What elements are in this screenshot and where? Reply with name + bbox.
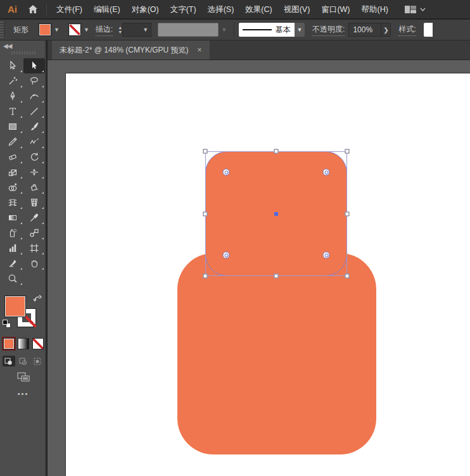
- menu-item-7[interactable]: 窗口(W): [315, 0, 355, 19]
- menu-item-4[interactable]: 选择(S): [202, 0, 240, 19]
- corner-radius-widget[interactable]: [223, 252, 230, 259]
- stroke-weight-combo[interactable]: ▼: [122, 23, 151, 37]
- menu-item-1[interactable]: 编辑(E): [88, 0, 126, 19]
- fill-color-swatch[interactable]: [39, 23, 51, 36]
- tool-gradient[interactable]: [2, 210, 23, 225]
- tool-hand[interactable]: [23, 256, 45, 271]
- curvature-icon: [29, 91, 39, 101]
- selection-handle[interactable]: [203, 149, 208, 154]
- eraser-icon: [8, 152, 18, 162]
- tool-artboard-tool[interactable]: [23, 241, 45, 256]
- tool-slice[interactable]: [2, 256, 23, 271]
- tool-column-graph[interactable]: [2, 241, 23, 256]
- tool-lasso[interactable]: [23, 73, 45, 89]
- swap-fill-stroke-icon[interactable]: [33, 294, 42, 304]
- tool-direct-selection[interactable]: [2, 58, 23, 73]
- shaper-icon: [29, 137, 39, 147]
- tool-empty: [23, 271, 45, 286]
- stroke-weight-stepper[interactable]: ▲▼: [118, 23, 122, 37]
- corner-radius-widget[interactable]: [323, 252, 330, 259]
- tool-perspective-grid[interactable]: [23, 195, 45, 210]
- default-fill-stroke-icon[interactable]: [3, 320, 11, 328]
- selection-handle[interactable]: [274, 274, 279, 279]
- brush-definition-combo[interactable]: 基本 ▼: [239, 23, 305, 37]
- document-tab[interactable]: 未标题-2* @ 148% (CMYK/GPU 预览) ×: [52, 41, 210, 60]
- line-segment-icon: [29, 106, 39, 116]
- selection-handle[interactable]: [345, 149, 350, 154]
- gradient-button[interactable]: [18, 338, 29, 349]
- draw-behind-icon[interactable]: [17, 356, 30, 366]
- brush-preview[interactable]: 基本: [239, 23, 295, 37]
- width-profile-dropdown[interactable]: [158, 23, 219, 37]
- tool-pen[interactable]: [2, 89, 23, 104]
- menu-item-5[interactable]: 效果(C): [239, 0, 277, 19]
- chevron-down-icon[interactable]: ▼: [295, 23, 305, 37]
- corner-radius-widget[interactable]: [223, 169, 230, 176]
- tool-scale[interactable]: [2, 165, 23, 180]
- style-label[interactable]: 样式:: [398, 24, 416, 36]
- chevron-down-icon[interactable]: ▼: [51, 27, 62, 33]
- tool-live-paint-bucket[interactable]: [23, 180, 45, 195]
- canvas[interactable]: [48, 60, 470, 476]
- brush-stroke-preview: [243, 29, 272, 30]
- large-rounded-rect[interactable]: [177, 253, 376, 454]
- fill-stroke-indicator: [0, 291, 46, 334]
- tool-symbol-sprayer[interactable]: [2, 225, 23, 241]
- opacity-input[interactable]: 100%: [348, 23, 381, 37]
- fill-indicator[interactable]: [4, 296, 26, 317]
- tool-selection[interactable]: [23, 58, 45, 73]
- screen-mode-button[interactable]: [0, 372, 46, 382]
- screen-mode-icon: [16, 372, 30, 382]
- app-logo: Ai: [0, 4, 23, 15]
- menu-item-6[interactable]: 视图(V): [278, 0, 316, 19]
- tool-zoom[interactable]: [2, 271, 23, 286]
- tool-shaper[interactable]: [23, 134, 45, 149]
- tool-mesh[interactable]: [2, 195, 23, 210]
- tool-shape-builder[interactable]: [2, 180, 23, 195]
- tool-line-segment[interactable]: [23, 104, 45, 119]
- draw-normal-icon[interactable]: [3, 356, 15, 366]
- draw-inside-icon[interactable]: [32, 356, 44, 366]
- close-icon[interactable]: ×: [198, 46, 202, 54]
- tool-blend[interactable]: [23, 225, 45, 241]
- stroke-weight-label[interactable]: 描边:: [96, 24, 113, 36]
- menu-item-3[interactable]: 文字(T): [165, 0, 202, 19]
- stroke-color-swatch[interactable]: [68, 23, 81, 36]
- tool-paintbrush[interactable]: [23, 119, 45, 134]
- tool-width[interactable]: [23, 165, 45, 180]
- chevron-down-icon: ▼: [219, 27, 229, 33]
- corner-radius-widget[interactable]: [323, 169, 330, 176]
- menu-item-8[interactable]: 帮助(H): [356, 0, 394, 19]
- tool-type[interactable]: [2, 104, 23, 119]
- opacity-value: 100%: [353, 25, 372, 34]
- panel-grip[interactable]: [0, 22, 4, 38]
- chevron-down-icon[interactable]: ▼: [81, 27, 92, 33]
- edit-toolbar-ellipsis[interactable]: •••: [0, 390, 46, 398]
- tool-pencil[interactable]: [2, 134, 23, 149]
- home-icon[interactable]: [23, 0, 42, 19]
- opacity-expand-button[interactable]: ❯: [381, 23, 391, 37]
- style-dropdown[interactable]: [424, 23, 433, 37]
- workspace-switcher[interactable]: [400, 4, 429, 15]
- tool-rotate[interactable]: [23, 149, 45, 165]
- none-button[interactable]: [32, 338, 44, 349]
- pencil-icon: [8, 137, 18, 147]
- selection-handle[interactable]: [274, 149, 279, 154]
- selection-handle[interactable]: [345, 274, 350, 279]
- panel-drag-grip[interactable]: [11, 51, 35, 54]
- column-graph-icon: [8, 243, 18, 253]
- tool-eraser[interactable]: [2, 149, 23, 165]
- tool-curvature[interactable]: [23, 89, 45, 104]
- menu-item-0[interactable]: 文件(F): [51, 0, 88, 19]
- tool-rectangle[interactable]: [2, 119, 23, 134]
- selection-handle[interactable]: [203, 274, 208, 279]
- tool-eyedropper[interactable]: [23, 210, 45, 225]
- selection-center-point[interactable]: [274, 212, 278, 216]
- selection-handle[interactable]: [345, 211, 350, 216]
- collapse-panel-icon[interactable]: ◀◀: [3, 42, 11, 49]
- color-button[interactable]: [3, 338, 15, 349]
- selection-handle[interactable]: [203, 211, 208, 216]
- opacity-label[interactable]: 不透明度:: [312, 24, 345, 36]
- tool-magic-wand[interactable]: [2, 73, 23, 89]
- menu-item-2[interactable]: 对象(O): [126, 0, 165, 19]
